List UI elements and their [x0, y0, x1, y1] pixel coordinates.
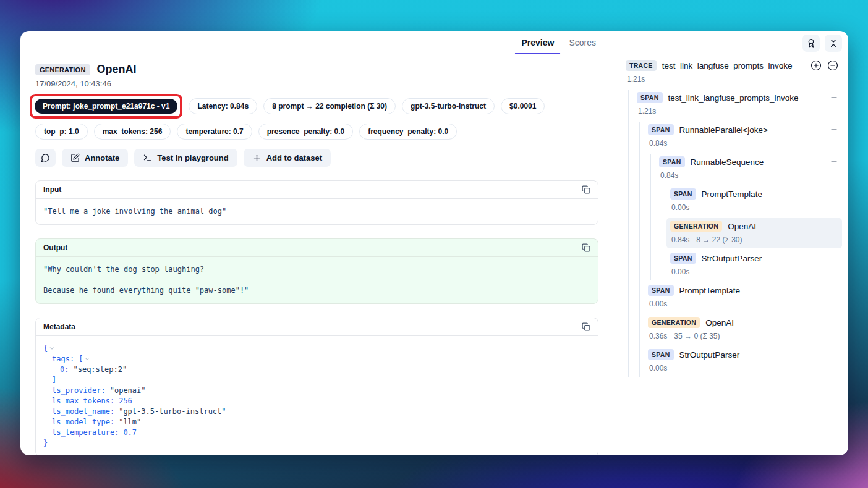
observation-detail-card: Preview Scores GENERATION OpenAI 17/09/2…	[20, 31, 848, 455]
generation-title: OpenAI	[705, 318, 734, 327]
temperature-pill: temperature: 0.7	[177, 124, 252, 140]
span-row-prompt-template-2[interactable]: SPAN PromptTemplate 0.00s	[644, 282, 842, 313]
input-body: "Tell me a joke involving the animal dog…	[36, 199, 598, 224]
span-title: StrOutputParser	[702, 254, 762, 263]
trace-badge: TRACE	[626, 60, 657, 71]
plus-icon	[252, 153, 262, 162]
output-line-1: "Why couldn't the dog stop laughing?	[43, 264, 590, 275]
trace-row[interactable]: TRACE test_link_langfuse_prompts_invoke …	[622, 57, 842, 88]
span-row-prompt-template-1[interactable]: SPAN PromptTemplate 0.00s	[666, 186, 842, 216]
highlight-annotation-box: Prompt: joke_prompt_e21a971c - v1	[30, 94, 182, 119]
sidebar-toolbar	[626, 35, 842, 52]
span-title: RunnableParallel<joke>	[679, 125, 768, 135]
span-node: SPAN PromptTemplate 0.00s	[670, 186, 842, 216]
metadata-label: Metadata	[43, 322, 75, 331]
chevron-down-icon[interactable]	[84, 356, 90, 362]
json-line: ls_model_type:"llm"	[43, 417, 590, 427]
trace-tree: TRACE test_link_langfuse_prompts_invoke …	[626, 57, 842, 379]
expand-all-icon[interactable]	[811, 60, 822, 71]
collapse-all-icon[interactable]	[827, 60, 838, 71]
copy-icon	[582, 185, 590, 194]
span-duration: 1.21s	[638, 107, 656, 116]
tab-preview-label: Preview	[521, 38, 554, 48]
span-row-runnable-parallel[interactable]: SPAN RunnableParallel<joke> 0.84s	[644, 122, 842, 152]
add-to-dataset-button[interactable]: Add to dataset	[244, 149, 331, 167]
presence-penalty-pill: presence_penalty: 0.0	[258, 124, 353, 140]
trace-sidebar: TRACE test_link_langfuse_prompts_invoke …	[610, 31, 848, 455]
annotate-scores-button[interactable]	[802, 35, 820, 52]
tab-scores[interactable]: Scores	[561, 31, 603, 54]
observation-header: GENERATION OpenAI	[35, 63, 598, 76]
trace-children: SPAN test_link_langfuse_prompts_invoke 1…	[628, 90, 842, 377]
span-duration: 0.00s	[649, 300, 667, 308]
span-badge: SPAN	[648, 124, 674, 135]
edit-icon	[70, 153, 80, 162]
trace-duration: 1.21s	[627, 75, 645, 83]
output-line-2: Because he found everything quite "paw-s…	[43, 285, 590, 296]
span-row-runnable-sequence[interactable]: SPAN RunnableSequence 0.84s	[655, 154, 842, 184]
generation-badge: GENERATION	[670, 221, 722, 232]
json-line: ls_max_tokens:256	[43, 396, 590, 406]
span-node: SPAN PromptTemplate 0.00s	[648, 282, 842, 313]
span-children: SPAN RunnableParallel<joke> 0.84s	[639, 122, 842, 377]
span-duration: 0.00s	[649, 364, 667, 372]
metadata-panel-header: Metadata	[36, 318, 598, 336]
span-title: test_link_langfuse_prompts_invoke	[668, 93, 799, 103]
tab-preview[interactable]: Preview	[514, 31, 561, 54]
test-in-playground-button[interactable]: Test in playground	[134, 149, 237, 167]
observation-type-badge: GENERATION	[35, 64, 90, 75]
json-line: ls_model_name:"gpt-3.5-turbo-instruct"	[43, 406, 590, 417]
max-tokens-pill: max_tokens: 256	[94, 124, 171, 140]
json-line: ls_temperature:0.7	[43, 427, 590, 438]
span-node: SPAN RunnableParallel<joke> 0.84s	[648, 122, 842, 280]
generation-duration: 0.36s	[649, 332, 667, 340]
span-title: RunnableSequence	[691, 158, 764, 167]
observation-panel: Preview Scores GENERATION OpenAI 17/09/2…	[20, 31, 610, 455]
span-title: StrOutputParser	[679, 350, 740, 360]
terminal-icon	[143, 153, 152, 162]
annotate-button[interactable]: Annotate	[62, 149, 128, 167]
output-panel-header: Output	[36, 239, 598, 257]
span-children: SPAN RunnableSequence 0.84s	[650, 154, 842, 280]
comment-icon	[41, 153, 50, 162]
chevron-down-icon[interactable]	[49, 345, 55, 351]
generation-row-2[interactable]: GENERATION OpenAI 0.36s 35 → 0 (Σ 35)	[644, 314, 842, 345]
copy-input-button[interactable]	[582, 185, 590, 194]
collapse-panel-button[interactable]	[825, 35, 842, 52]
playground-button-label: Test in playground	[157, 153, 228, 162]
metadata-json: { tags:[ 0:"seq:step:2" ] ls_provider:"o…	[36, 336, 598, 455]
observation-content: GENERATION OpenAI 17/09/2024, 10:43:46 P…	[20, 54, 610, 455]
span-badge: SPAN	[670, 188, 696, 200]
generation-node: GENERATION OpenAI 0.84s 8 → 22 (Σ 30)	[670, 218, 842, 248]
span-node: SPAN RunnableSequence 0.84s	[659, 154, 842, 280]
copy-output-button[interactable]	[582, 243, 590, 252]
span-duration: 0.84s	[660, 171, 678, 180]
tab-scores-label: Scores	[569, 38, 596, 48]
span-badge: SPAN	[670, 253, 696, 264]
generation-title: OpenAI	[728, 222, 756, 231]
collapse-node-icon[interactable]	[830, 125, 838, 134]
json-line: }	[43, 438, 590, 448]
span-title: PromptTemplate	[679, 286, 740, 295]
collapse-node-icon[interactable]	[830, 93, 838, 102]
copy-metadata-button[interactable]	[582, 322, 590, 331]
observation-pills: Prompt: joke_prompt_e21a971c - v1 Latenc…	[35, 94, 598, 140]
observation-timestamp: 17/09/2024, 10:43:46	[35, 79, 598, 88]
generation-badge: GENERATION	[648, 317, 700, 328]
generation-tokens: 35 → 0 (Σ 35)	[674, 332, 720, 340]
action-buttons: Annotate Test in playground Add to datas…	[35, 149, 598, 167]
span-row-str-output-parser-1[interactable]: SPAN StrOutputParser 0.00s	[666, 250, 842, 280]
comments-button[interactable]	[35, 149, 56, 167]
span-badge: SPAN	[637, 92, 663, 103]
prompt-link-pill[interactable]: Prompt: joke_prompt_e21a971c - v1	[35, 99, 177, 114]
collapse-node-icon[interactable]	[830, 158, 838, 166]
model-pill[interactable]: gpt-3.5-turbo-instruct	[402, 98, 495, 114]
span-row-root[interactable]: SPAN test_link_langfuse_prompts_invoke 1…	[633, 90, 842, 120]
json-line: ]	[43, 375, 590, 385]
span-node: SPAN test_link_langfuse_prompts_invoke 1…	[637, 90, 842, 377]
generation-row-selected[interactable]: GENERATION OpenAI 0.84s 8 → 22 (Σ 30)	[666, 218, 842, 248]
span-row-str-output-parser-2[interactable]: SPAN StrOutputParser 0.00s	[644, 347, 842, 377]
award-icon	[806, 38, 816, 48]
span-duration: 0.00s	[671, 267, 689, 276]
generation-duration: 0.84s	[671, 235, 689, 244]
